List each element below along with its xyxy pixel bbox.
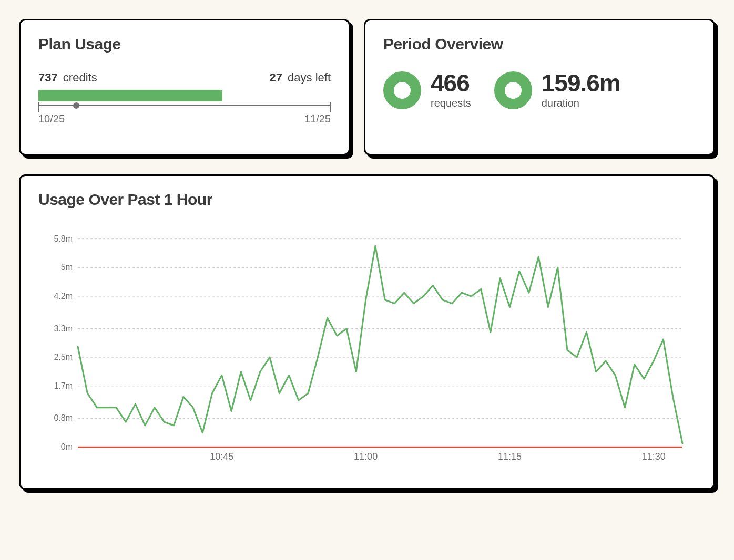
svg-text:11:15: 11:15 — [498, 451, 522, 462]
credits-label: credits — [63, 71, 97, 84]
credits-text: 737 credits — [38, 71, 97, 85]
requests-value: 466 — [431, 71, 471, 95]
days-left-value: 27 — [269, 71, 282, 84]
credits-value: 737 — [38, 71, 58, 84]
svg-text:4.2m: 4.2m — [54, 292, 73, 300]
days-left-text: 27 days left — [269, 71, 331, 85]
duration-label: duration — [542, 97, 620, 109]
plan-usage-dates: 10/25 11/25 — [38, 113, 331, 125]
plan-usage-today-marker — [73, 102, 79, 109]
requests-label: requests — [431, 97, 471, 109]
svg-text:5m: 5m — [61, 263, 73, 272]
usage-chart-title: Usage Over Past 1 Hour — [38, 191, 696, 209]
duration-stat: 159.6m duration — [542, 71, 620, 109]
svg-text:1.7m: 1.7m — [54, 381, 73, 390]
requests-stat: 466 requests — [431, 71, 471, 109]
plan-usage-bar-fill — [38, 90, 222, 101]
plan-usage-card: Plan Usage 737 credits 27 days left — [19, 19, 350, 155]
plan-usage-title: Plan Usage — [38, 35, 331, 53]
svg-text:0.8m: 0.8m — [54, 413, 73, 422]
duration-value: 159.6m — [542, 71, 620, 95]
plan-end-date: 11/25 — [304, 113, 331, 125]
usage-line-chart: 0m0.8m1.7m2.5m3.3m4.2m5m5.8m10:4511:0011… — [38, 226, 696, 468]
requests-ring-icon — [383, 71, 421, 109]
svg-text:5.8m: 5.8m — [54, 234, 73, 243]
plan-usage-bar — [38, 90, 331, 112]
period-overview-card: Period Overview 466 requests 159.6m dura… — [364, 19, 715, 155]
duration-ring-icon — [494, 71, 532, 109]
svg-text:2.5m: 2.5m — [54, 352, 73, 361]
plan-usage-stats: 737 credits 27 days left — [38, 71, 331, 85]
plan-usage-bar-bg — [38, 90, 331, 101]
days-left-label: days left — [288, 71, 331, 84]
plan-start-date: 10/25 — [38, 113, 65, 125]
svg-text:3.3m: 3.3m — [54, 324, 73, 333]
period-overview-title: Period Overview — [383, 35, 696, 53]
svg-text:10:45: 10:45 — [210, 451, 233, 462]
svg-text:11:30: 11:30 — [642, 451, 666, 462]
usage-chart-card: Usage Over Past 1 Hour 0m0.8m1.7m2.5m3.3… — [19, 174, 715, 490]
svg-text:0m: 0m — [61, 442, 73, 451]
plan-usage-scale — [38, 105, 331, 112]
svg-text:11:00: 11:00 — [354, 451, 378, 462]
